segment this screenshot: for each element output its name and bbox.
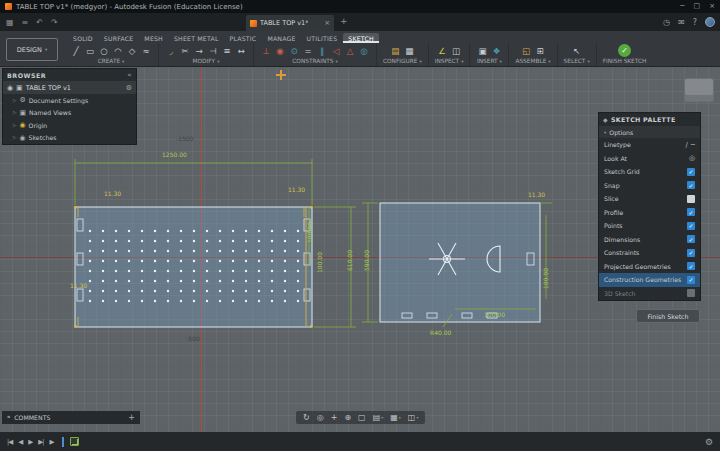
configuration-table-icon[interactable]: ▦ [403, 44, 415, 57]
help-icon[interactable]: ? [693, 18, 697, 27]
palette-option-construction-geometries[interactable]: Construction Geometries✓ [599, 273, 700, 287]
dimension-label[interactable]: 11.30 [288, 186, 305, 193]
checkbox[interactable]: ✓ [687, 235, 695, 243]
select-cursor-icon[interactable]: ↖ [571, 44, 583, 57]
gear-icon[interactable]: ⚙ [126, 84, 132, 92]
ribbon-tab-surface[interactable]: SURFACE [99, 33, 139, 43]
checkbox[interactable]: ✓ [687, 262, 695, 270]
arc-tool-icon[interactable]: ◠ [112, 44, 124, 57]
go-to-end-button[interactable]: ▶| [38, 438, 43, 446]
ribbon-group-label[interactable]: CONFIGURE▾ [383, 58, 422, 65]
ribbon-tab-mesh[interactable]: MESH [139, 33, 168, 43]
ribbon-group-label[interactable]: INSERT▾ [477, 58, 502, 65]
rectangle-tool-icon[interactable]: ▭ [84, 44, 96, 57]
browser-item-origin[interactable]: ▷◉Origin [3, 119, 136, 132]
browser-collapse-icon[interactable]: « [127, 71, 132, 79]
new-component-icon[interactable]: ◱ [520, 44, 532, 57]
linetype-icon-1[interactable]: ∕ [685, 141, 687, 149]
palette-option-3d-sketch[interactable]: 3D Sketch [599, 287, 700, 301]
user-avatar[interactable] [705, 17, 715, 27]
finish-sketch-button[interactable]: ✓ FINISH SKETCH [597, 43, 653, 66]
checkbox[interactable]: ✓ [687, 249, 695, 257]
add-comment-button[interactable]: + [128, 413, 135, 422]
dimension-label[interactable]: -1500 [176, 135, 193, 142]
step-back-button[interactable]: ◀ [18, 438, 22, 446]
look-at-camera-icon[interactable]: ◎ [689, 154, 695, 162]
dimension-label[interactable]: 1250.00 [162, 151, 187, 158]
palette-option-constraints[interactable]: Constraints✓ [599, 246, 700, 260]
dimension-label[interactable]: 11.30 [104, 190, 121, 197]
display-settings-icon[interactable]: ▤▾ [373, 413, 384, 422]
browser-root-item[interactable]: ◉ ▣ TABLE TOP v1 ⚙ [3, 81, 136, 94]
notifications-icon[interactable]: ✉ [678, 18, 685, 27]
finish-sketch-palette-button[interactable]: Finish Sketch [636, 309, 700, 323]
data-panel-toggle-icon[interactable]: ▦ [6, 18, 14, 27]
dimension-label[interactable]: 100.00 [316, 252, 323, 273]
go-to-start-button[interactable]: |◀ [7, 438, 12, 446]
palette-option-sketch-grid[interactable]: Sketch Grid✓ [599, 165, 700, 179]
fit-icon[interactable]: ▢ [358, 413, 366, 422]
parallel-constraint-icon[interactable]: ∥ [316, 44, 328, 57]
horizontal-vertical-constraint-icon[interactable]: ⊥ [260, 44, 272, 57]
configure-icon[interactable]: ▤ [389, 44, 401, 57]
timeline-sketch-feature[interactable] [70, 437, 79, 446]
dimension-label[interactable]: 100.00 [542, 268, 549, 289]
checkbox[interactable]: ✓ [687, 168, 695, 176]
bulb-icon[interactable]: ◉ [19, 121, 25, 129]
palette-option-projected-geometries[interactable]: Projected Geometries✓ [599, 260, 700, 274]
tabletop-profile[interactable] [75, 207, 312, 327]
insert-image-icon[interactable]: ▣ [476, 44, 488, 57]
polygon-tool-icon[interactable]: ◇ [126, 44, 138, 57]
palette-option-slice[interactable]: Slice [599, 192, 700, 206]
dimension-label[interactable]: R40.00 [430, 329, 451, 336]
grid-settings-icon[interactable]: ▦▾ [390, 413, 401, 422]
checkbox[interactable]: ✓ [687, 208, 695, 216]
circle-tool-icon[interactable]: ○ [98, 44, 110, 57]
file-menu-icon[interactable]: ≡ [22, 18, 29, 27]
fillet-tool-icon[interactable]: ◞ [165, 44, 177, 57]
palette-option-points[interactable]: Points✓ [599, 219, 700, 233]
look-at-icon[interactable]: ◎ [317, 413, 324, 422]
view-cube[interactable] [684, 78, 714, 102]
dimension-label[interactable]: 100.00 [484, 311, 505, 318]
expand-arrow-icon[interactable]: ▷ [13, 98, 16, 103]
document-tab[interactable]: TABLE TOP v1* × [246, 15, 334, 31]
step-forward-button[interactable]: ▶ [28, 438, 32, 446]
browser-item-document-settings[interactable]: ▷⚙Document Settings [3, 94, 136, 107]
checkbox[interactable]: ✓ [687, 181, 695, 189]
pan-icon[interactable]: + [331, 413, 338, 422]
ribbon-tab-utilities[interactable]: UTILITIES [302, 33, 343, 43]
trim-tool-icon[interactable]: ✂ [179, 44, 191, 57]
close-icon[interactable]: × [709, 0, 715, 13]
tab-close-icon[interactable]: × [324, 19, 330, 27]
checkbox[interactable] [687, 289, 695, 297]
palette-option-snap[interactable]: Snap✓ [599, 179, 700, 193]
ribbon-group-label[interactable]: MODIFY▾ [193, 58, 220, 65]
joint-icon[interactable]: ⊞ [534, 44, 546, 57]
dimension-label[interactable]: 11.30 [70, 282, 87, 289]
dimension-label[interactable]: 590.00 [363, 250, 370, 271]
ribbon-tab-sketch[interactable]: SKETCH [343, 33, 378, 43]
palette-option-linetype[interactable]: Linetype∕╌ [599, 138, 700, 152]
browser-item-named-views[interactable]: ▷▣Named Views [3, 107, 136, 120]
maximize-icon[interactable]: □ [694, 0, 701, 13]
timeline-position-marker[interactable] [62, 437, 64, 447]
viewports-icon[interactable]: ◫▾ [408, 413, 419, 422]
workspace-switcher[interactable]: DESIGN ▾ [6, 38, 58, 61]
ribbon-group-label[interactable]: ASSEMBLE▾ [515, 58, 550, 65]
measure-icon[interactable]: ∠ [436, 44, 448, 57]
checkbox[interactable]: ✓ [687, 222, 695, 230]
ribbon-group-label[interactable]: CREATE▾ [98, 58, 125, 65]
palette-option-dimensions[interactable]: Dimensions✓ [599, 233, 700, 247]
midpoint-constraint-icon[interactable]: ◁ [330, 44, 342, 57]
spline-tool-icon[interactable]: ≈ [140, 44, 152, 57]
folder-icon[interactable]: ▣ [19, 109, 26, 117]
side-panel-profile[interactable] [380, 203, 540, 322]
concentric-constraint-icon[interactable]: ◎ [358, 44, 370, 57]
dimension-label[interactable]: 610.00 [346, 250, 353, 271]
job-status-icon[interactable]: ◷ [663, 18, 670, 27]
ribbon-group-label[interactable]: INSPECT▾ [435, 58, 464, 65]
symmetry-constraint-icon[interactable]: △ [344, 44, 356, 57]
line-tool-icon[interactable]: ╱ [70, 44, 82, 57]
tangent-constraint-icon[interactable]: ⊙ [288, 44, 300, 57]
